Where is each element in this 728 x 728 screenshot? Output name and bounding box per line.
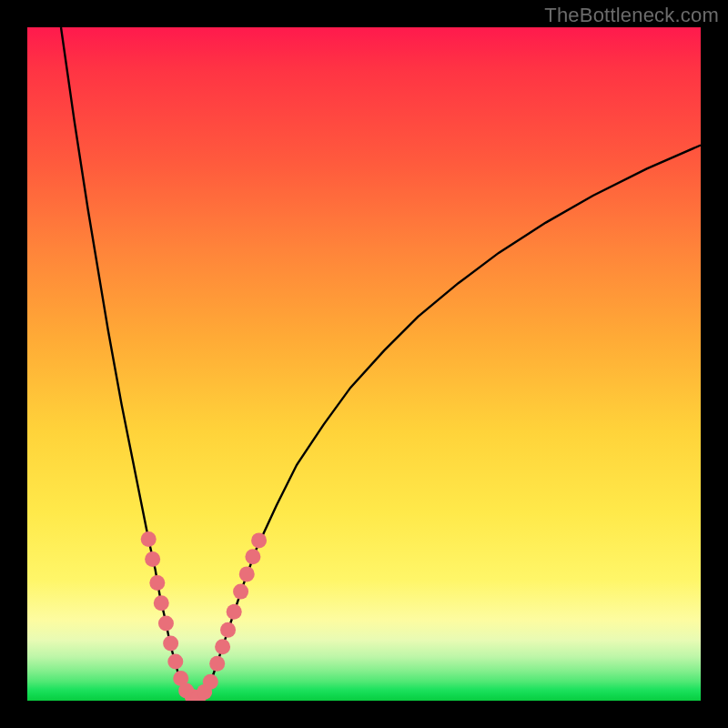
chart-svg bbox=[27, 27, 701, 701]
scatter-dot bbox=[149, 575, 165, 591]
scatter-dot bbox=[203, 674, 218, 690]
scatter-dot bbox=[227, 604, 242, 620]
scatter-dot bbox=[141, 531, 157, 547]
scatter-dot bbox=[154, 595, 169, 611]
scatter-dot bbox=[158, 615, 174, 631]
scatter-dot bbox=[215, 639, 230, 654]
scatter-dot bbox=[220, 622, 236, 638]
scatter-dot bbox=[233, 584, 248, 600]
scatter-dot bbox=[239, 566, 255, 581]
chart-stage: TheBottleneck.com bbox=[0, 0, 728, 728]
watermark-text: TheBottleneck.com bbox=[544, 4, 719, 27]
scatter-dots bbox=[141, 531, 267, 701]
scatter-dot bbox=[167, 654, 183, 670]
plot-area bbox=[27, 27, 701, 701]
scatter-dot bbox=[209, 656, 225, 672]
scatter-dot bbox=[251, 532, 267, 548]
scatter-dot bbox=[245, 549, 260, 564]
scatter-dot bbox=[145, 551, 160, 567]
scatter-dot bbox=[163, 636, 178, 652]
